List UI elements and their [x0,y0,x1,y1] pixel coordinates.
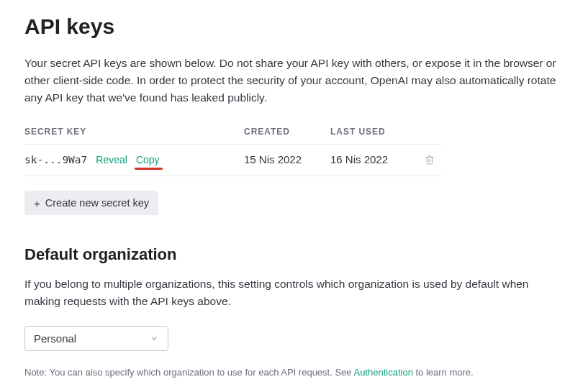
page-title: API keys [24,14,564,39]
org-note: Note: You can also specify which organiz… [24,367,564,378]
api-key-masked: sk-...9Wa7 [24,154,87,165]
organization-select[interactable]: Personal [24,326,168,351]
default-org-heading: Default organization [24,245,564,264]
cell-last-used: 16 Nis 2022 [330,153,417,165]
table-row: sk-...9Wa7 Reveal Copy 15 Nis 2022 16 Ni… [24,145,442,176]
reveal-button[interactable]: Reveal [96,154,127,165]
chevron-down-icon [150,334,159,343]
th-created: CREATED [244,127,330,137]
trash-icon[interactable] [425,155,435,165]
api-keys-table: SECRET KEY CREATED LAST USED sk-...9Wa7 … [24,127,442,176]
authentication-link[interactable]: Authentication [353,367,412,378]
organization-selected: Personal [34,332,76,345]
copy-label: Copy [136,154,160,165]
create-secret-key-button[interactable]: + Create new secret key [24,191,158,215]
note-prefix: Note: You can also specify which organiz… [24,367,353,378]
table-header-row: SECRET KEY CREATED LAST USED [24,127,442,145]
copy-button[interactable]: Copy [136,154,160,165]
th-secret-key: SECRET KEY [24,127,244,137]
default-org-description: If you belong to multiple organizations,… [24,276,564,310]
highlight-mark [135,168,163,170]
plus-icon: + [34,198,40,209]
note-suffix: to learn more. [413,367,474,378]
page-description: Your secret API keys are shown below. Do… [24,55,564,106]
th-last-used: LAST USED [330,127,417,137]
cell-created: 15 Nis 2022 [244,153,330,165]
create-button-label: Create new secret key [45,197,149,209]
